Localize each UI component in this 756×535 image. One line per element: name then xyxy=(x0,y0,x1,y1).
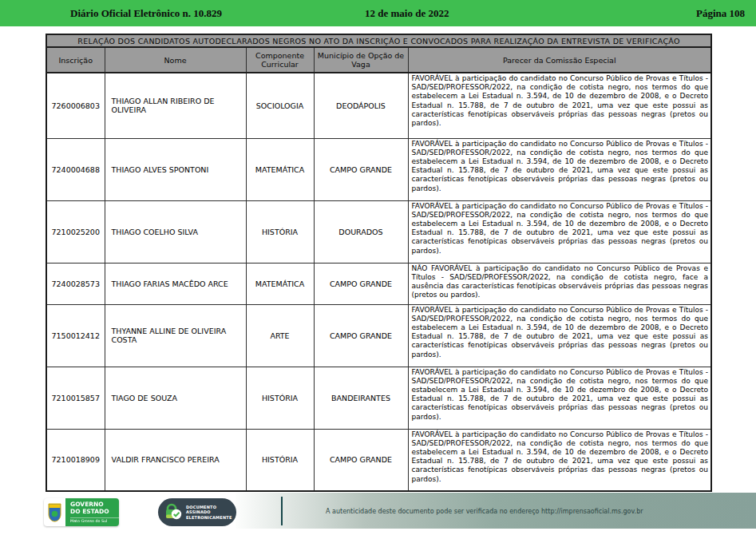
government-logo: GOVERNO DO ESTADO Mato Grosso do Sul xyxy=(44,498,119,526)
table-row: 7240028573THIAGO FARIAS MACÊDO ARCEMATEM… xyxy=(46,263,711,304)
column-header: Inscrição xyxy=(46,47,105,73)
cell-componente: HISTÓRIA xyxy=(246,200,314,263)
lock-check-icon xyxy=(164,501,183,524)
cell-municipio: DEODÁPOLIS xyxy=(314,73,408,138)
government-logo-subtitle: Mato Grosso do Sul xyxy=(70,517,119,524)
cell-municipio: CAMPO GRANDE xyxy=(314,263,408,304)
gazette-date: 12 de maio de 2022 xyxy=(365,0,449,26)
cell-nome: THYANNE ALLINE DE OLIVEIRA COSTA xyxy=(105,304,246,367)
footer-divider-line xyxy=(281,497,283,525)
candidates-table-container: RELAÇÃO DOS CANDIDATOS AUTODECLARADOS NE… xyxy=(46,34,710,492)
cell-nome: THIAGO ALVES SPONTONI xyxy=(105,138,246,200)
cell-municipio: CAMPO GRANDE xyxy=(314,429,408,491)
cell-inscricao: 7150012412 xyxy=(46,304,105,367)
government-logo-text-panel: GOVERNO DO ESTADO Mato Grosso do Sul xyxy=(65,498,119,526)
cell-inscricao: 7240004688 xyxy=(46,138,105,200)
authenticity-note: A autenticidade deste documento pode ser… xyxy=(326,508,643,515)
gazette-page: Diário Oficial Eletrônico n. 10.829 12 d… xyxy=(0,0,756,535)
table-row: 7150012412THYANNE ALLINE DE OLIVEIRA COS… xyxy=(46,304,711,367)
cell-nome: TIAGO DE SOUZA xyxy=(105,367,246,429)
cell-nome: THIAGO COELHO SILVA xyxy=(105,200,246,263)
cell-parecer: FAVORÁVEL à participação do candidato no… xyxy=(408,200,711,263)
cell-inscricao: 7260006803 xyxy=(46,73,105,138)
table-title: RELAÇÃO DOS CANDIDATOS AUTODECLARADOS NE… xyxy=(46,34,711,47)
digitally-signed-label: DOCUMENTO ASSINADO ELETRONICAMENTE xyxy=(186,505,232,520)
gazette-title: Diário Oficial Eletrônico n. 10.829 xyxy=(70,0,222,26)
cell-nome: THIAGO FARIAS MACÊDO ARCE xyxy=(105,263,246,304)
cell-inscricao: 7240028573 xyxy=(46,263,105,304)
cell-componente: ARTE xyxy=(246,304,314,367)
table-row: 7210018909VALDIR FRANCISCO PEREIRAHISTÓR… xyxy=(46,429,711,491)
cell-componente: HISTÓRIA xyxy=(246,367,314,429)
cell-parecer: FAVORÁVEL à participação do candidato no… xyxy=(408,367,711,429)
column-header-row: InscriçãoNomeComponente CurricularMunicí… xyxy=(46,47,711,73)
cell-inscricao: 7210018909 xyxy=(46,429,105,491)
cell-parecer: FAVORÁVEL à participação do candidato no… xyxy=(408,138,711,200)
table-row: 7210025200THIAGO COELHO SILVAHISTÓRIADOU… xyxy=(46,200,711,263)
gazette-header-bar: Diário Oficial Eletrônico n. 10.829 12 d… xyxy=(0,0,756,26)
government-logo-title: GOVERNO DO ESTADO xyxy=(70,501,119,515)
table-row: 7210015857TIAGO DE SOUZAHISTÓRIABANDEIRA… xyxy=(46,367,711,429)
cell-parecer: FAVORÁVEL à participação do candidato no… xyxy=(408,73,711,138)
column-header: Parecer da Comissão Especial xyxy=(408,47,711,73)
cell-parecer: NÃO FAVORÁVEL à participação do candidat… xyxy=(408,263,711,304)
table-row: 7240004688THIAGO ALVES SPONTONIMATEMÁTIC… xyxy=(46,138,711,200)
table-row: 7260006803THIAGO ALLAN RIBEIRO DE OLIVEI… xyxy=(46,73,711,138)
cell-nome: THIAGO ALLAN RIBEIRO DE OLIVEIRA xyxy=(105,73,246,138)
cell-inscricao: 7210025200 xyxy=(46,200,105,263)
cell-componente: HISTÓRIA xyxy=(246,429,314,491)
cell-componente: MATEMÁTICA xyxy=(246,138,314,200)
gazette-page-number: Página 108 xyxy=(696,0,745,26)
cell-inscricao: 7210015857 xyxy=(46,367,105,429)
cell-municipio: CAMPO GRANDE xyxy=(314,138,408,200)
cell-municipio: CAMPO GRANDE xyxy=(314,304,408,367)
cell-parecer: FAVORÁVEL à participação do candidato no… xyxy=(408,304,711,367)
table-title-row: RELAÇÃO DOS CANDIDATOS AUTODECLARADOS NE… xyxy=(46,34,711,47)
candidates-table: RELAÇÃO DOS CANDIDATOS AUTODECLARADOS NE… xyxy=(46,34,712,492)
cell-componente: SOCIOLOGIA xyxy=(246,73,314,138)
cell-nome: VALDIR FRANCISCO PEREIRA xyxy=(105,429,246,491)
column-header: Município de Opção de Vaga xyxy=(314,47,408,73)
ms-coat-of-arms-icon xyxy=(44,498,65,526)
column-header: Nome xyxy=(105,47,246,73)
cell-municipio: DOURADOS xyxy=(314,200,408,263)
cell-municipio: BANDEIRANTES xyxy=(314,367,408,429)
cell-parecer: FAVORÁVEL à participação do candidato no… xyxy=(408,429,711,491)
digitally-signed-badge: DOCUMENTO ASSINADO ELETRONICAMENTE xyxy=(158,498,236,526)
cell-componente: MATEMÁTICA xyxy=(246,263,314,304)
column-header: Componente Curricular xyxy=(246,47,314,73)
